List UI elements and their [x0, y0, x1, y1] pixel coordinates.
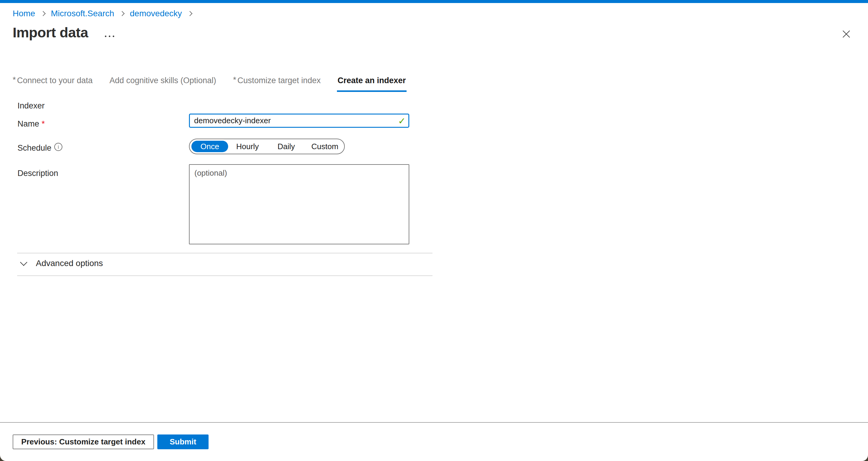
name-label: Name* [18, 119, 45, 129]
description-textarea[interactable] [189, 164, 409, 244]
description-field [189, 164, 409, 244]
section-divider [17, 253, 433, 253]
schedule-option-hourly[interactable]: Hourly [228, 142, 267, 151]
schedule-option-daily[interactable]: Daily [267, 142, 305, 151]
tab-label: Connect to your data [17, 76, 93, 85]
advanced-options-label: Advanced options [36, 258, 103, 268]
required-tab-marker: * [233, 75, 236, 84]
description-label: Description [18, 169, 58, 178]
name-input[interactable] [189, 114, 409, 128]
breadcrumb: Home Microsoft.Search demovedecky [13, 9, 192, 18]
tab-create-an-indexer[interactable]: Create an indexer [337, 76, 407, 92]
name-field: ✓ [189, 114, 409, 128]
breadcrumb-link-demovedecky[interactable]: demovedecky [130, 9, 182, 18]
tab-label: Add cognitive skills (Optional) [110, 76, 216, 85]
schedule-toggle-group: Once Hourly Daily Custom [189, 139, 345, 154]
schedule-option-custom[interactable]: Custom [306, 142, 344, 151]
tab-customize-target-index[interactable]: *Customize target index [232, 76, 321, 92]
chevron-right-icon [119, 11, 124, 16]
chevron-down-icon [20, 258, 27, 266]
indexer-section-heading: Indexer [18, 101, 44, 111]
previous-button[interactable]: Previous: Customize target index [13, 434, 154, 449]
required-tab-marker: * [13, 75, 16, 84]
wizard-tabs: *Connect to your data Add cognitive skil… [12, 76, 407, 92]
breadcrumb-link-microsoft-search[interactable]: Microsoft.Search [51, 9, 114, 18]
tab-add-cognitive-skills[interactable]: Add cognitive skills (Optional) [109, 76, 217, 92]
footer-divider [0, 422, 868, 423]
required-asterisk: * [41, 119, 45, 128]
top-accent-bar [0, 0, 868, 3]
page-title: Import data [13, 24, 88, 41]
advanced-options-toggle[interactable]: Advanced options [21, 258, 103, 268]
name-label-text: Name [18, 119, 39, 128]
close-icon[interactable] [842, 30, 851, 38]
import-data-panel: Home Microsoft.Search demovedecky Import… [0, 0, 868, 461]
info-icon[interactable]: i [54, 143, 62, 151]
chevron-right-icon [187, 11, 192, 16]
tab-label: Create an indexer [338, 76, 406, 85]
chevron-right-icon [40, 11, 45, 16]
tab-connect-to-your-data[interactable]: *Connect to your data [12, 76, 93, 92]
schedule-label: Schedule [18, 144, 52, 153]
submit-button[interactable]: Submit [157, 434, 209, 449]
tab-label: Customize target index [238, 76, 321, 85]
schedule-option-once[interactable]: Once [191, 141, 228, 152]
active-tab-underline [337, 90, 407, 92]
valid-check-icon: ✓ [398, 116, 406, 126]
more-menu-icon[interactable] [103, 34, 116, 39]
section-divider [17, 275, 433, 276]
breadcrumb-link-home[interactable]: Home [13, 9, 35, 18]
